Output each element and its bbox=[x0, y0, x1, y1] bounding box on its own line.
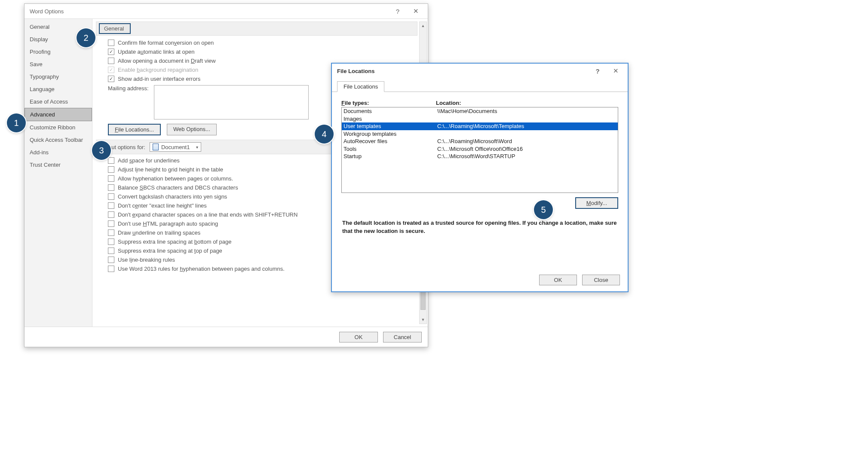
ok-button[interactable]: OK bbox=[339, 332, 378, 343]
checkbox-icon[interactable] bbox=[108, 211, 114, 218]
document-icon bbox=[153, 144, 159, 150]
checkbox-icon[interactable] bbox=[108, 40, 114, 46]
word-options-title: Word Options bbox=[28, 8, 389, 15]
checkbox-icon[interactable] bbox=[108, 248, 114, 254]
sidebar-item-language[interactable]: Language bbox=[25, 83, 92, 95]
callout-2: 2 bbox=[77, 28, 95, 47]
word-options-footer: OK Cancel bbox=[25, 327, 428, 347]
chk-label: Adjust line height to grid height in the… bbox=[118, 166, 223, 173]
tab-file-locations[interactable]: File Locations bbox=[337, 81, 384, 92]
list-item-images[interactable]: Images bbox=[342, 115, 618, 123]
list-item-tools[interactable]: ToolsC:\...\Microsoft Office\root\Office… bbox=[342, 145, 618, 153]
chk-label: Convert backslash characters into yen si… bbox=[118, 193, 227, 200]
callout-4: 4 bbox=[315, 125, 334, 144]
file-locations-button[interactable]: File Locations... bbox=[108, 124, 161, 135]
help-icon[interactable]: ? bbox=[389, 5, 406, 17]
chk-label: Don't center "exact line height" lines bbox=[118, 202, 207, 209]
sidebar-item-proofing[interactable]: Proofing bbox=[25, 46, 92, 58]
sidebar-item-customize-ribbon[interactable]: Customize Ribbon bbox=[25, 121, 92, 134]
chk-label: Draw underline on trailing spaces bbox=[118, 229, 200, 236]
file-locations-dialog: File Locations ? ✕ File Locations File t… bbox=[331, 63, 629, 292]
sidebar-item-typography[interactable]: Typography bbox=[25, 70, 92, 83]
sidebar-item-advanced[interactable]: Advanced bbox=[25, 108, 92, 121]
file-locations-titlebar[interactable]: File Locations ? ✕ bbox=[332, 64, 628, 78]
ok-button[interactable]: OK bbox=[539, 275, 577, 285]
callout-1: 1 bbox=[7, 113, 26, 132]
checkbox-icon[interactable] bbox=[108, 184, 114, 191]
list-item-user-templates[interactable]: User templatesC:\...\Roaming\Microsoft\T… bbox=[342, 122, 618, 130]
chk-confirm-file-format[interactable]: Confirm file format conversion on open bbox=[96, 38, 417, 47]
options-sidebar: General Display Proofing Save Typography… bbox=[25, 19, 92, 327]
chk-update-links[interactable]: ✓ Update automatic links at open bbox=[96, 47, 417, 56]
list-headers: File types: Location: bbox=[341, 100, 618, 106]
close-button[interactable]: Close bbox=[582, 275, 620, 285]
layout-document-name: Document1 bbox=[161, 144, 190, 150]
checkbox-icon[interactable] bbox=[108, 220, 114, 227]
list-item-workgroup-templates[interactable]: Workgroup templates bbox=[342, 130, 618, 138]
checkbox-icon[interactable] bbox=[108, 58, 114, 64]
chk-label: Update automatic links at open bbox=[118, 49, 195, 55]
checkbox-icon: ✓ bbox=[108, 67, 114, 73]
checkbox-icon[interactable] bbox=[108, 239, 114, 245]
file-locations-tabstrip: File Locations bbox=[332, 78, 628, 92]
close-icon[interactable]: ✕ bbox=[607, 65, 624, 77]
chk-label: Balance SBCS characters and DBCS charact… bbox=[118, 184, 238, 191]
checkbox-icon[interactable] bbox=[108, 175, 114, 182]
layout-document-dropdown[interactable]: Document1 bbox=[150, 142, 201, 152]
chk-label: Show add-in user interface errors bbox=[118, 76, 200, 82]
scroll-up-icon[interactable]: ▲ bbox=[420, 22, 426, 30]
word-options-titlebar[interactable]: Word Options ? ✕ bbox=[25, 4, 428, 18]
cancel-button[interactable]: Cancel bbox=[383, 332, 422, 343]
security-note: The default location is treated as a tru… bbox=[341, 209, 618, 235]
close-icon[interactable]: ✕ bbox=[407, 5, 424, 17]
sidebar-item-add-ins[interactable]: Add-ins bbox=[25, 146, 92, 159]
file-locations-footer: OK Close bbox=[539, 275, 620, 285]
chk-label: Allow hyphenation between pages or colum… bbox=[118, 175, 233, 182]
location-header: Location: bbox=[436, 100, 461, 106]
chk-label: Suppress extra line spacing at bottom of… bbox=[118, 239, 232, 245]
scroll-down-icon[interactable]: ▼ bbox=[420, 316, 426, 324]
chk-label: Don't use HTML paragraph auto spacing bbox=[118, 220, 218, 227]
help-icon[interactable]: ? bbox=[589, 65, 606, 77]
chk-label: Don't expand character spaces on a line … bbox=[118, 211, 298, 218]
list-item-documents[interactable]: Documents\\Mac\Home\Documents bbox=[342, 107, 618, 115]
chk-label: Allow opening a document in Draft view bbox=[118, 58, 216, 64]
chk-label: Enable background repagination bbox=[118, 67, 198, 73]
checkbox-icon[interactable] bbox=[108, 229, 114, 236]
checkbox-icon[interactable] bbox=[108, 266, 114, 272]
list-item-startup[interactable]: StartupC:\...\Microsoft\Word\STARTUP bbox=[342, 153, 618, 160]
checkbox-icon[interactable] bbox=[108, 157, 114, 164]
sidebar-item-save[interactable]: Save bbox=[25, 58, 92, 70]
callout-3: 3 bbox=[92, 141, 111, 160]
chk-label: Add space for underlines bbox=[118, 157, 180, 164]
modify-button[interactable]: Modify... bbox=[575, 197, 618, 209]
checkbox-icon[interactable] bbox=[108, 202, 114, 209]
mailing-address-label: Mailing address: bbox=[108, 85, 149, 92]
general-section-header: General bbox=[99, 23, 131, 34]
sidebar-item-trust-center[interactable]: Trust Center bbox=[25, 159, 92, 171]
sidebar-item-quick-access-toolbar[interactable]: Quick Access Toolbar bbox=[25, 134, 92, 146]
mailing-address-input[interactable] bbox=[154, 85, 309, 119]
checkbox-icon[interactable] bbox=[108, 193, 114, 200]
sidebar-item-ease-of-access[interactable]: Ease of Access bbox=[25, 95, 92, 108]
checkbox-icon[interactable]: ✓ bbox=[108, 76, 114, 82]
checkbox-icon[interactable] bbox=[108, 166, 114, 173]
file-locations-title: File Locations bbox=[335, 68, 589, 74]
list-item-autorecover[interactable]: AutoRecover filesC:\...\Roaming\Microsof… bbox=[342, 138, 618, 145]
chk-label: Use Word 2013 rules for hyphenation betw… bbox=[118, 266, 285, 272]
file-types-listbox[interactable]: Documents\\Mac\Home\Documents Images Use… bbox=[341, 107, 618, 193]
chk-label: Confirm file format conversion on open bbox=[118, 40, 214, 46]
checkbox-icon[interactable]: ✓ bbox=[108, 49, 114, 55]
callout-5: 5 bbox=[534, 200, 553, 219]
chk-label: Use line-breaking rules bbox=[118, 257, 175, 263]
chk-label: Suppress extra line spacing at top of pa… bbox=[118, 248, 222, 254]
web-options-button[interactable]: Web Options... bbox=[167, 124, 217, 135]
checkbox-icon[interactable] bbox=[108, 257, 114, 263]
